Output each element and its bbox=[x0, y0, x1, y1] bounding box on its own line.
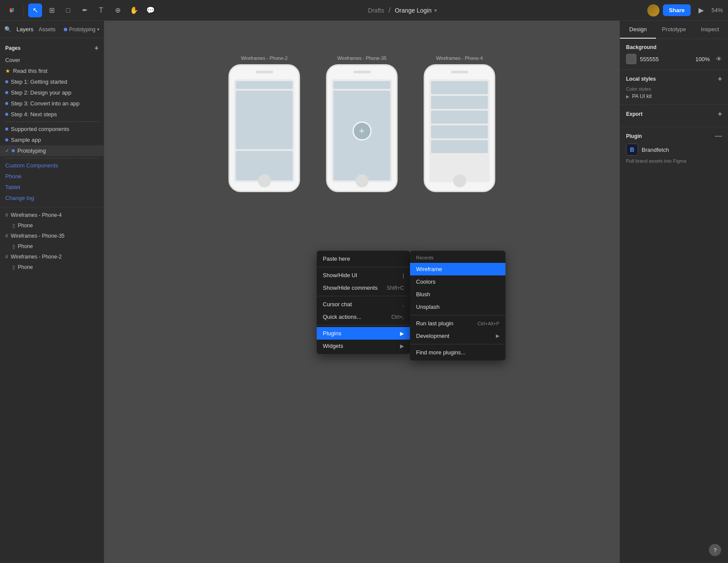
layer-wireframe-phone2[interactable]: # Wireframes - Phone-2 bbox=[0, 252, 104, 262]
pa-expand-icon[interactable]: ▶ bbox=[626, 94, 630, 99]
submenu-sep-2 bbox=[410, 344, 505, 344]
phone-block-2-2 bbox=[236, 91, 293, 149]
shape-tool[interactable]: □ bbox=[61, 3, 75, 17]
page-read-first-label: Read this first bbox=[13, 68, 47, 74]
components-tool[interactable]: ⊕ bbox=[111, 3, 125, 17]
submenu-development-arrow: ▶ bbox=[496, 333, 499, 339]
export-section: Export + bbox=[620, 105, 728, 127]
layer-phone4-sub[interactable]: ⣿ Phone bbox=[0, 220, 104, 231]
export-add[interactable]: + bbox=[718, 110, 722, 118]
share-button[interactable]: Share bbox=[663, 4, 691, 16]
sample-dot bbox=[5, 138, 8, 141]
phone-row-4-4 bbox=[431, 125, 488, 138]
submenu-item-wireframe[interactable]: Wireframe bbox=[410, 263, 505, 275]
breadcrumb-separator: / bbox=[388, 7, 390, 14]
ctx-sep-3 bbox=[317, 325, 410, 325]
pages-add-button[interactable]: + bbox=[95, 44, 98, 52]
submenu-item-unsplash[interactable]: Unsplash bbox=[410, 301, 505, 313]
ctx-show-hide-comments-shortcut: Shift+C bbox=[387, 285, 404, 291]
tab-prototype[interactable]: Prototype bbox=[656, 21, 692, 39]
toolbar-right: Share ▶ 54% bbox=[647, 3, 723, 17]
layer-hash-icon-2: # bbox=[5, 233, 8, 239]
ctx-show-hide-ui[interactable]: Show/Hide UI | bbox=[317, 269, 410, 282]
figma-menu-icon[interactable] bbox=[5, 3, 19, 17]
layer-phone2-sub[interactable]: ⣿ Phone bbox=[0, 262, 104, 272]
background-title: Background bbox=[626, 44, 722, 50]
toolbar: ↖ ⊞ □ ✒ T ⊕ ✋ 💬 Drafts / Orange Login ▾ … bbox=[0, 0, 728, 21]
prototyping-label: Prototyping bbox=[69, 26, 95, 33]
pages-section: Pages + Cover ★ Read this first Step 1: … bbox=[0, 38, 104, 207]
page-title-dropdown-icon[interactable]: ▾ bbox=[434, 7, 437, 13]
ctx-widgets-arrow: ▶ bbox=[400, 343, 404, 349]
play-button[interactable]: ▶ bbox=[694, 3, 708, 17]
local-styles-section: Local styles + Color styles ▶ PA UI kit bbox=[620, 70, 728, 105]
bg-hex-value[interactable]: 555555 bbox=[640, 56, 659, 62]
component-icon-2: ⣿ bbox=[12, 244, 15, 249]
page-item-sample[interactable]: Sample app bbox=[0, 134, 104, 145]
bg-color-swatch[interactable] bbox=[626, 54, 636, 64]
page-item-step1[interactable]: Step 1: Getting started bbox=[0, 76, 104, 87]
ctx-sep-2 bbox=[317, 296, 410, 296]
layers-tab[interactable]: Layers bbox=[16, 24, 33, 34]
prototyping-badge[interactable]: Prototyping ▾ bbox=[64, 26, 99, 33]
submenu-item-blush[interactable]: Blush bbox=[410, 288, 505, 301]
page-item-custom[interactable]: Custom Components bbox=[0, 160, 104, 171]
page-item-step3[interactable]: Step 3: Convert into an app bbox=[0, 98, 104, 109]
pa-ui-kit-item[interactable]: ▶ PA UI kit bbox=[626, 93, 722, 99]
ctx-show-hide-ui-shortcut: | bbox=[403, 272, 404, 278]
help-button[interactable]: ? bbox=[709, 544, 721, 556]
plugin-remove-button[interactable]: — bbox=[715, 132, 722, 140]
tab-inspect[interactable]: Inspect bbox=[692, 21, 728, 39]
submenu-run-last[interactable]: Run last plugin Ctrl+Alt+P bbox=[410, 317, 505, 330]
page-item-read-first[interactable]: ★ Read this first bbox=[0, 65, 104, 76]
local-styles-add[interactable]: + bbox=[718, 75, 722, 83]
zoom-label[interactable]: 54% bbox=[712, 7, 723, 13]
ctx-quick-actions-label: Quick actions... bbox=[323, 314, 361, 320]
ctx-quick-actions[interactable]: Quick actions... Ctrl+, bbox=[317, 311, 410, 323]
ctx-paste-here[interactable]: Paste here bbox=[317, 252, 410, 265]
text-tool[interactable]: T bbox=[94, 3, 108, 17]
pen-tool[interactable]: ✒ bbox=[78, 3, 92, 17]
breadcrumb-drafts[interactable]: Drafts bbox=[368, 7, 384, 14]
select-tool[interactable]: ↖ bbox=[28, 3, 42, 17]
ctx-show-hide-comments-label: Show/Hide comments bbox=[323, 285, 377, 291]
background-section: Background 555555 100% 👁 bbox=[620, 39, 728, 70]
page-item-step2[interactable]: Step 2: Design your app bbox=[0, 87, 104, 98]
bg-opacity-value[interactable]: 100% bbox=[695, 56, 710, 62]
layer-hash-icon-3: # bbox=[5, 254, 8, 260]
page-item-cover[interactable]: Cover bbox=[0, 55, 104, 65]
ctx-quick-actions-shortcut: Ctrl+, bbox=[391, 314, 404, 320]
page-item-tablet[interactable]: Tablet bbox=[0, 182, 104, 193]
layer-phone35-phone-label: Phone bbox=[18, 243, 33, 249]
page-item-supported[interactable]: Supported components bbox=[0, 124, 104, 134]
page-item-step4[interactable]: Step 4: Next steps bbox=[0, 109, 104, 120]
layer-wireframe-phone35[interactable]: # Wireframes - Phone-35 bbox=[0, 231, 104, 241]
search-icon[interactable]: 🔍 bbox=[4, 26, 11, 33]
ctx-plugins[interactable]: Plugins ▶ bbox=[317, 327, 410, 340]
layer-wireframe-phone4[interactable]: # Wireframes - Phone-4 bbox=[0, 210, 104, 220]
layer-phone35-sub[interactable]: ⣿ Phone bbox=[0, 241, 104, 252]
prototyping-dropdown-icon[interactable]: ▾ bbox=[97, 27, 99, 32]
submenu-item-coolors[interactable]: Coolors bbox=[410, 275, 505, 288]
ctx-widgets[interactable]: Widgets ▶ bbox=[317, 340, 410, 352]
ctx-show-hide-comments[interactable]: Show/Hide comments Shift+C bbox=[317, 282, 410, 294]
page-item-prototyping[interactable]: ✓ Prototyping bbox=[0, 145, 104, 156]
submenu-run-last-label: Run last plugin bbox=[416, 320, 453, 327]
comment-tool[interactable]: 💬 bbox=[144, 3, 157, 17]
page-item-changelog[interactable]: Change log bbox=[0, 193, 104, 203]
hand-tool[interactable]: ✋ bbox=[127, 3, 141, 17]
submenu-development[interactable]: Development ▶ bbox=[410, 330, 505, 342]
canvas[interactable]: Wireframes - Phone-2 Wireframes - Phone-… bbox=[104, 21, 620, 563]
assets-tab[interactable]: Assets bbox=[39, 24, 56, 34]
page-item-phone[interactable]: Phone bbox=[0, 171, 104, 182]
submenu-find-more[interactable]: Find more plugins... bbox=[410, 346, 505, 359]
visibility-icon[interactable]: 👁 bbox=[716, 56, 722, 62]
user-avatar[interactable] bbox=[647, 4, 659, 16]
tab-design[interactable]: Design bbox=[620, 21, 656, 39]
phone-home-4 bbox=[453, 174, 466, 187]
ctx-cursor-chat-shortcut: , bbox=[403, 301, 404, 308]
plugins-submenu: Recents Wireframe Coolors Blush Unsplash… bbox=[410, 251, 505, 360]
frame-tool[interactable]: ⊞ bbox=[45, 3, 59, 17]
page-title[interactable]: Orange Login bbox=[395, 7, 432, 14]
ctx-cursor-chat[interactable]: Cursor chat , bbox=[317, 298, 410, 311]
